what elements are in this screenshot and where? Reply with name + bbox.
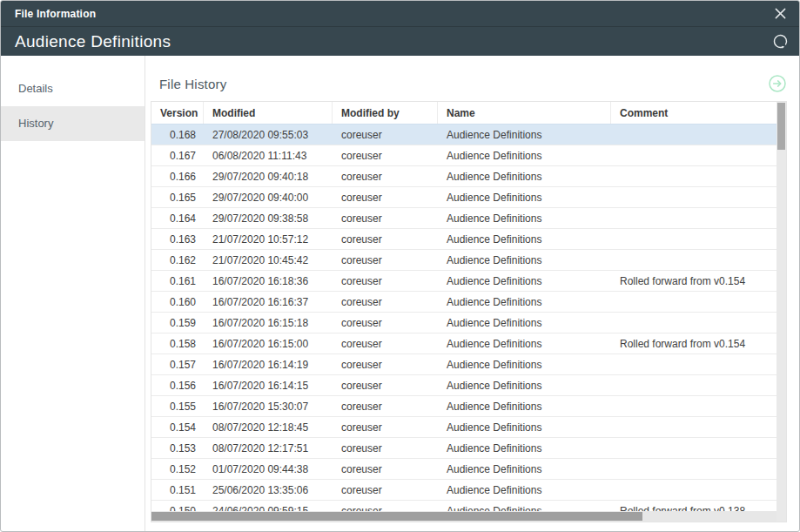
cell-comment: Rolled forward from v0.154 <box>611 271 786 291</box>
table-row[interactable]: 0.16429/07/2020 09:38:58coreuserAudience… <box>151 208 786 229</box>
table-row[interactable]: 0.15816/07/2020 16:15:00coreuserAudience… <box>151 333 786 354</box>
cell-name: Audience Definitions <box>438 229 611 249</box>
table-row[interactable]: 0.15201/07/2020 09:44:38coreuserAudience… <box>151 459 786 480</box>
cell-version: 0.156 <box>151 375 204 395</box>
cell-comment <box>611 145 786 165</box>
vertical-scrollbar[interactable] <box>776 102 786 522</box>
file-name-title: Audience Definitions <box>15 32 771 51</box>
cell-name: Audience Definitions <box>438 417 611 437</box>
cell-comment <box>611 250 786 270</box>
cell-modified-by: coreuser <box>333 145 438 165</box>
column-header-modified[interactable]: Modified <box>204 102 333 124</box>
cell-comment <box>611 125 786 145</box>
cell-modified-by: coreuser <box>333 125 438 145</box>
cell-modified: 21/07/2020 10:57:12 <box>204 229 333 249</box>
cell-comment <box>611 438 786 458</box>
cell-version: 0.159 <box>151 313 204 333</box>
table-row[interactable]: 0.16116/07/2020 16:18:36coreuserAudience… <box>151 271 786 292</box>
sidebar: DetailsHistory <box>1 56 145 531</box>
cell-modified: 29/07/2020 09:38:58 <box>204 208 333 228</box>
sidebar-item-history[interactable]: History <box>1 106 145 141</box>
cell-modified: 16/07/2020 16:15:18 <box>204 313 333 333</box>
cell-comment <box>611 480 786 500</box>
cell-modified-by: coreuser <box>333 417 438 437</box>
file-history-table: VersionModifiedModified byNameComment 0.… <box>151 101 787 522</box>
cell-modified: 16/07/2020 16:14:15 <box>204 375 333 395</box>
section-heading: File History <box>159 77 768 91</box>
cell-modified-by: coreuser <box>333 208 438 228</box>
table-row[interactable]: 0.16529/07/2020 09:40:00coreuserAudience… <box>151 187 786 208</box>
cell-comment: Rolled forward from v0.154 <box>611 333 786 354</box>
table-row[interactable]: 0.15916/07/2020 16:15:18coreuserAudience… <box>151 313 786 333</box>
cell-name: Audience Definitions <box>438 375 611 395</box>
close-icon[interactable] <box>774 7 787 20</box>
cell-comment <box>611 396 786 416</box>
cell-name: Audience Definitions <box>438 145 611 165</box>
sidebar-item-details[interactable]: Details <box>1 71 145 106</box>
table-row[interactable]: 0.15716/07/2020 16:14:19coreuserAudience… <box>151 354 786 375</box>
cell-comment <box>611 375 786 395</box>
table-row[interactable]: 0.16321/07/2020 10:57:12coreuserAudience… <box>151 229 786 250</box>
cell-comment <box>611 417 786 437</box>
cell-version: 0.152 <box>151 459 204 479</box>
cell-modified-by: coreuser <box>333 271 438 291</box>
table-header-row: VersionModifiedModified byNameComment <box>151 102 786 125</box>
cell-version: 0.153 <box>151 438 204 458</box>
cell-modified-by: coreuser <box>333 187 438 207</box>
cell-name: Audience Definitions <box>438 459 611 479</box>
table-body: 0.16827/08/2020 09:55:03coreuserAudience… <box>151 124 786 522</box>
vertical-scrollbar-thumb[interactable] <box>777 103 785 150</box>
cell-modified: 06/08/2020 11:11:43 <box>204 145 333 165</box>
cell-modified: 01/07/2020 09:44:38 <box>204 459 333 479</box>
table-row[interactable]: 0.16706/08/2020 11:11:43coreuserAudience… <box>151 145 786 166</box>
cell-name: Audience Definitions <box>438 396 611 416</box>
table-row[interactable]: 0.15308/07/2020 12:17:51coreuserAudience… <box>151 438 786 459</box>
open-version-icon[interactable] <box>768 74 787 93</box>
dialog-header: File Information Audience Definitions <box>1 1 799 56</box>
cell-name: Audience Definitions <box>438 354 611 374</box>
cell-version: 0.162 <box>151 250 204 270</box>
column-header-modified-by[interactable]: Modified by <box>333 102 438 124</box>
cell-version: 0.160 <box>151 292 204 312</box>
cell-comment <box>611 229 786 249</box>
cell-modified: 16/07/2020 15:30:07 <box>204 396 333 416</box>
cell-comment <box>611 166 786 186</box>
table-row[interactable]: 0.16016/07/2020 16:16:37coreuserAudience… <box>151 292 786 313</box>
cell-modified-by: coreuser <box>333 375 438 395</box>
cell-name: Audience Definitions <box>438 166 611 186</box>
main-panel: File History VersionModifiedModified byN… <box>145 56 799 531</box>
cell-version: 0.155 <box>151 396 204 416</box>
cell-version: 0.167 <box>151 145 204 165</box>
cell-comment <box>611 313 786 333</box>
cell-name: Audience Definitions <box>438 438 611 458</box>
cell-modified: 16/07/2020 16:18:36 <box>204 271 333 291</box>
cell-modified: 25/06/2020 13:35:06 <box>204 480 333 500</box>
table-row[interactable]: 0.15408/07/2020 12:18:45coreuserAudience… <box>151 417 786 438</box>
refresh-icon[interactable] <box>771 32 790 51</box>
table-row[interactable]: 0.16629/07/2020 09:40:18coreuserAudience… <box>151 166 786 187</box>
table-row[interactable]: 0.16221/07/2020 10:45:42coreuserAudience… <box>151 250 786 271</box>
column-header-version[interactable]: Version <box>151 102 204 124</box>
cell-modified-by: coreuser <box>333 459 438 479</box>
horizontal-scrollbar-thumb[interactable] <box>151 512 642 521</box>
file-title-bar: Audience Definitions <box>1 27 799 56</box>
cell-name: Audience Definitions <box>438 187 611 207</box>
cell-name: Audience Definitions <box>438 480 611 500</box>
table-row[interactable]: 0.15516/07/2020 15:30:07coreuserAudience… <box>151 396 786 417</box>
table-row[interactable]: 0.15125/06/2020 13:35:06coreuserAudience… <box>151 480 786 501</box>
column-header-name[interactable]: Name <box>438 102 611 124</box>
cell-modified-by: coreuser <box>333 250 438 270</box>
cell-name: Audience Definitions <box>438 333 611 354</box>
horizontal-scrollbar[interactable] <box>151 511 776 522</box>
table-row[interactable]: 0.15616/07/2020 16:14:15coreuserAudience… <box>151 375 786 396</box>
cell-version: 0.157 <box>151 354 204 374</box>
column-header-comment[interactable]: Comment <box>611 102 786 124</box>
dialog-title-bar: File Information <box>1 1 799 27</box>
cell-modified: 27/08/2020 09:55:03 <box>204 125 333 145</box>
cell-modified: 21/07/2020 10:45:42 <box>204 250 333 270</box>
dialog-title: File Information <box>15 8 774 20</box>
cell-comment <box>611 292 786 312</box>
cell-name: Audience Definitions <box>438 292 611 312</box>
table-row[interactable]: 0.16827/08/2020 09:55:03coreuserAudience… <box>151 124 786 145</box>
cell-modified: 16/07/2020 16:16:37 <box>204 292 333 312</box>
